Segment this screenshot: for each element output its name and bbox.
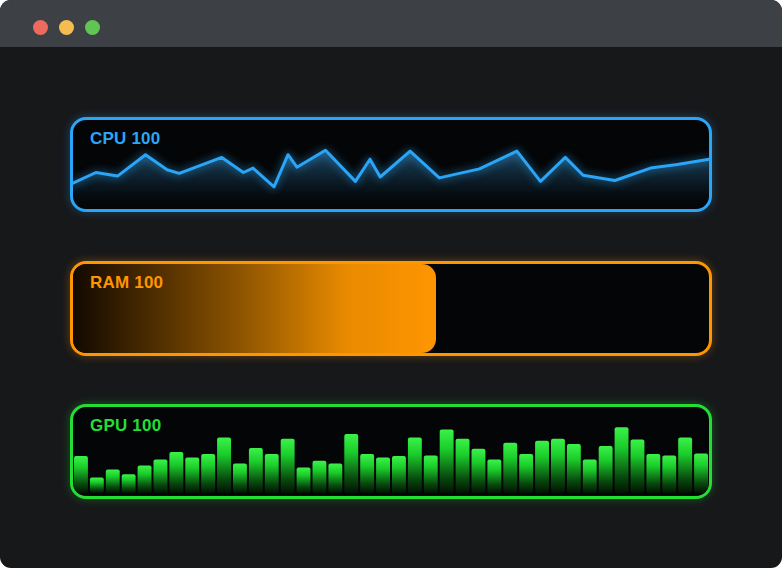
window-content: CPU 100 RAM 100 GPU 100 — [0, 117, 782, 499]
minimize-button[interactable] — [59, 20, 74, 35]
gpu-monitor-widget: GPU 100 — [70, 404, 712, 499]
close-button[interactable] — [33, 20, 48, 35]
app-window: CPU 100 RAM 100 GPU 100 — [0, 0, 782, 568]
cpu-line-chart — [73, 120, 709, 209]
cpu-monitor-widget: CPU 100 — [70, 117, 712, 212]
ram-label: RAM 100 — [90, 273, 163, 293]
gpu-bar-chart — [73, 407, 709, 496]
ram-monitor-widget: RAM 100 — [70, 261, 712, 356]
gpu-label: GPU 100 — [90, 416, 161, 436]
cpu-chart-area — [73, 120, 709, 209]
zoom-button[interactable] — [85, 20, 100, 35]
cpu-label: CPU 100 — [90, 129, 160, 149]
ram-gauge-area — [73, 264, 709, 353]
gpu-chart-area — [73, 407, 709, 496]
title-bar — [0, 0, 782, 47]
